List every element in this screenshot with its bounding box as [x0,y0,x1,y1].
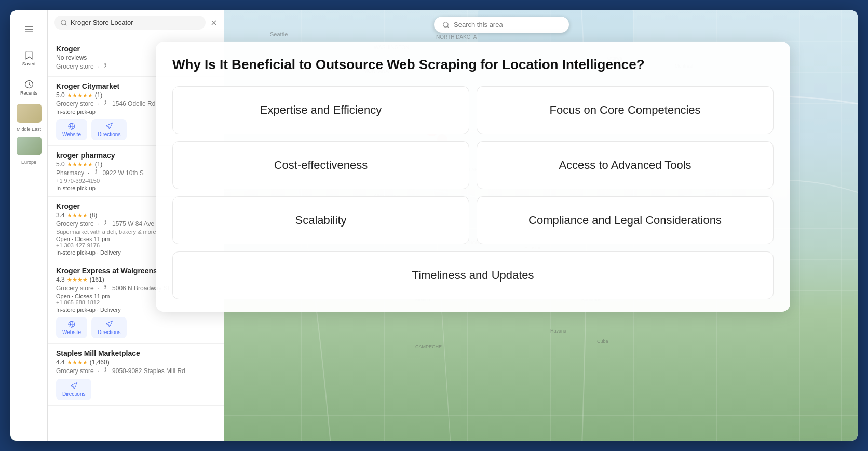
sidebar: Saved Recents Middle East Europe [10,10,48,441]
card-expertise[interactable]: Expertise and Efficiency [172,86,469,134]
overlay-card: Why Is It Beneficial to Outsource Web Sc… [156,42,790,312]
card-compliance[interactable]: Compliance and Legal Considerations [477,196,774,244]
stars-6: ★★★★ [67,359,88,366]
card-focus[interactable]: Focus on Core Competencies [477,86,774,134]
walk-icon-3 [93,169,99,175]
store-no-reviews-1: No reviews [56,54,87,61]
svg-text:CAMPECHE: CAMPECHE [415,344,442,349]
sidebar-europe-thumb[interactable] [17,137,42,155]
map-searchbar [249,17,754,33]
website-button-2[interactable]: Website [56,119,87,140]
store-actions-6: Directions [56,379,216,400]
store-actions-5: Website Directions [56,317,216,338]
stars-4: ★★★★ [67,212,88,219]
sidebar-middle-east-label: Middle East [17,127,41,132]
card-tools-label: Access to Advanced Tools [559,158,691,172]
svg-text:Cuba: Cuba [597,339,608,344]
walk-icon-4 [102,220,108,226]
directions-button-5[interactable]: Directions [91,317,127,338]
svg-text:NORTH DAKOTA: NORTH DAKOTA [436,34,477,40]
close-icon[interactable] [210,19,218,27]
card-scalability-label: Scalability [295,214,346,227]
map-search-input[interactable] [454,21,541,29]
card-timeliness[interactable]: Timeliness and Updates [172,251,774,299]
svg-text:Havana: Havana [550,328,566,334]
sidebar-middle-east-thumb[interactable] [17,104,42,123]
directions-button-6[interactable]: Directions [56,379,91,400]
svg-line-33 [65,24,67,25]
card-compliance-label: Compliance and Legal Considerations [528,214,722,227]
svg-marker-39 [106,123,113,129]
walk-icon [102,62,108,69]
svg-point-36 [105,63,106,64]
card-scalability[interactable]: Scalability [172,196,469,244]
svg-line-48 [447,26,449,28]
sidebar-saved-label: Saved [22,61,36,67]
svg-point-47 [443,22,448,26]
svg-point-37 [105,101,106,102]
card-cost-label: Cost-effectiveness [274,158,368,172]
card-timeliness-label: Timeliness and Updates [412,269,534,282]
svg-point-41 [105,221,106,222]
card-focus-label: Focus on Core Competencies [549,103,700,117]
overlay-title: Why Is It Beneficial to Outsource Web Sc… [172,56,774,74]
browser-window: Seattle WASHINGTON NORTH DAKOTA MONTANA … [10,10,858,441]
card-tools[interactable]: Access to Advanced Tools [477,141,774,189]
stars-5: ★★★★ [67,276,88,283]
feature-cards-grid: Expertise and Efficiency Focus on Core C… [172,86,774,299]
card-expertise-label: Expertise and Efficiency [260,103,382,117]
sidebar-menu-icon[interactable] [17,17,42,42]
walk-icon-6 [102,367,108,373]
search-input[interactable] [71,19,199,26]
sidebar-europe-label: Europe [21,160,36,165]
sidebar-saved-icon[interactable]: Saved [17,46,42,71]
walk-icon-5 [102,284,108,290]
stars-3: ★★★★★ [67,161,93,168]
svg-point-42 [105,285,106,286]
svg-point-45 [105,368,106,369]
walk-icon-2 [102,100,108,106]
sidebar-recents-icon[interactable]: Recents [17,75,42,100]
svg-marker-44 [106,321,113,327]
stars-2: ★★★★★ [67,92,93,99]
svg-point-32 [61,20,66,24]
sidebar-recents-label: Recents [20,90,37,96]
svg-point-40 [96,170,97,171]
store-type-6: Grocery store · 9050-9082 Staples Mill R… [56,367,216,375]
card-cost[interactable]: Cost-effectiveness [172,141,469,189]
search-input-wrap[interactable] [54,16,206,30]
map-search-icon [442,21,450,29]
directions-button-2[interactable]: Directions [91,119,127,140]
search-bar [48,10,224,35]
search-icon [60,19,67,26]
store-item-6[interactable]: Staples Mill Marketplace 4.4 ★★★★ (1,460… [48,344,224,406]
website-button-5[interactable]: Website [56,317,87,338]
svg-marker-46 [71,382,77,389]
store-name-6: Staples Mill Marketplace [56,349,216,357]
map-search-wrap[interactable] [434,17,569,33]
store-rating-6: 4.4 ★★★★ (1,460) [56,359,216,366]
